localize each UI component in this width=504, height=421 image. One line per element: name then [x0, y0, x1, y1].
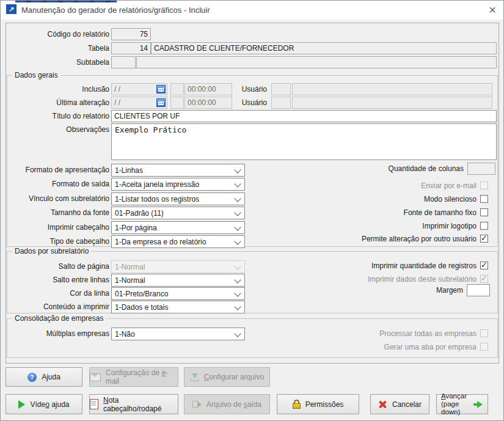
imprimir-qtd-registros-row: Imprimir quantidade de registros — [371, 261, 488, 270]
observacoes-label: Observações — [5, 123, 109, 136]
fonte-fixo-checkbox[interactable] — [480, 208, 488, 216]
gerar-aba-label: Gerar uma aba por empresa — [384, 343, 477, 351]
ultima-alteracao-time-prefix-field — [170, 97, 184, 109]
combo-value: 1-Por página — [115, 224, 157, 232]
permite-alteracao-label: Permite alteração por outro usuário — [362, 235, 477, 243]
calendar-icon[interactable] — [156, 85, 166, 93]
processar-empresas-row: Processar todas as empresas — [379, 329, 488, 338]
video-ajuda-button-label: Vídeo ajuda — [30, 400, 69, 409]
ultima-alteracao-usuario-label: Usuário — [221, 97, 267, 109]
chevron-down-icon — [234, 166, 241, 173]
configuracao-email-button-label: Configuração de e-mail — [106, 368, 178, 386]
combo-value: 1-Dados e totais — [115, 303, 168, 312]
subtabela-code-field — [111, 56, 136, 68]
vinculo-subrelatorio-label: Vínculo com subrelatório — [5, 192, 109, 205]
observacoes-textarea[interactable]: Exemplo Prático — [111, 123, 497, 160]
tamanho-fonte-combo[interactable]: 01-Padrão (11) — [111, 207, 245, 219]
imprimir-qtd-registros-checkbox[interactable] — [480, 262, 488, 269]
arquivo-saida-button-label: Arquivo de saída — [206, 400, 261, 409]
ultima-alteracao-date-field: / / — [111, 97, 167, 109]
chevron-down-icon — [234, 195, 241, 202]
titulo-field[interactable]: CLIENTES POR UF — [111, 110, 497, 122]
combo-value: 1-Não — [115, 330, 135, 339]
inclusao-usuario-name-field — [292, 83, 492, 95]
combo-value: 1-Listar todos os registros — [115, 195, 199, 203]
nota-cabecalho-button[interactable]: Nota cabeçalho/rodapé — [89, 394, 178, 414]
tabela-desc-field: CADASTRO DE CLIENTE/FORNECEDOR — [151, 42, 497, 54]
inclusao-time-prefix-field — [170, 83, 184, 95]
imprimir-cabecalho-combo[interactable]: 1-Por página — [111, 221, 245, 234]
conteudo-imprimir-label: Conteúdo a imprimir — [5, 301, 109, 313]
gerar-aba-row: Gerar uma aba por empresa — [384, 342, 488, 351]
formato-apresentacao-combo[interactable]: 1-Linhas — [111, 164, 245, 177]
chevron-down-icon — [234, 276, 241, 283]
multiplas-empresas-label: Múltiplas empresas — [5, 328, 109, 340]
chevron-down-icon — [234, 330, 241, 337]
permissoes-button-label: Permissões — [305, 400, 344, 409]
margem-field[interactable] — [467, 284, 490, 296]
calendar-icon[interactable] — [156, 98, 166, 107]
gerar-aba-checkbox — [480, 343, 488, 351]
titlebar: ↗ Manutenção do gerador de relatórios/gr… — [1, 1, 503, 20]
chevron-down-icon — [234, 180, 241, 187]
conteudo-imprimir-combo[interactable]: 1-Dados e totais — [111, 301, 245, 313]
imprimir-logotipo-label: Imprimir logotipo — [422, 222, 477, 230]
app-icon: ↗ — [6, 4, 16, 14]
cor-linha-combo[interactable]: 01-Preto/Branco — [111, 287, 245, 300]
ajuda-button[interactable]: ? Ajuda — [5, 367, 82, 387]
ajuda-button-label: Ajuda — [42, 373, 60, 381]
margem-label: Margem — [436, 286, 463, 295]
tamanho-fonte-label: Tamanho da fonte — [5, 207, 109, 219]
codigo-label: Código do relatório — [5, 28, 109, 40]
configuracao-email-button: Configuração de e-mail — [89, 367, 178, 387]
imprimir-logotipo-checkbox[interactable] — [480, 222, 488, 230]
enviar-email-row: Enviar por e-mail — [421, 181, 488, 190]
ultima-alteracao-label: Última alteração — [5, 97, 109, 109]
combo-value: 1-Aceita janela impressão — [115, 180, 199, 189]
margem-row: Margem — [436, 285, 490, 295]
permissoes-button[interactable]: Permissões — [277, 394, 359, 414]
modo-silencioso-label: Modo silencioso — [424, 195, 477, 203]
chevron-down-icon — [234, 290, 241, 296]
ultima-alteracao-usuario-name-field — [292, 97, 492, 109]
combo-value: 1-Linhas — [115, 166, 143, 175]
inclusao-usuario-code-field — [271, 83, 291, 95]
cancelar-button-label: Cancelar — [392, 400, 422, 409]
fonte-fixo-label: Fonte de tamanho fixo — [404, 208, 477, 217]
fonte-fixo-row: Fonte de tamanho fixo — [404, 208, 488, 217]
tipo-cabecalho-combo[interactable]: 1-Da empresa e do relatório — [111, 235, 245, 248]
quantidade-colunas-field — [467, 163, 495, 175]
permite-alteracao-row: Permite alteração por outro usuário — [362, 234, 488, 243]
export-icon — [192, 400, 202, 408]
permite-alteracao-checkbox[interactable] — [480, 235, 488, 243]
group-consolidacao-legend: Consolidação de empresas — [12, 314, 106, 323]
tabela-code-field: 14 — [111, 42, 151, 54]
chevron-down-icon — [234, 224, 241, 230]
configurar-arquivo-button: Configurar arquivo — [184, 367, 270, 387]
processar-empresas-label: Processar todas as empresas — [379, 329, 477, 338]
arquivo-saida-button: Arquivo de saída — [184, 394, 270, 414]
cancel-x-icon — [378, 400, 387, 409]
imprimir-cabecalho-label: Imprimir cabeçalho — [5, 221, 109, 233]
video-ajuda-button[interactable]: Vídeo ajuda — [5, 394, 82, 414]
multiplas-empresas-combo[interactable]: 1-Não — [111, 328, 245, 340]
close-icon[interactable]: × — [489, 4, 496, 16]
group-dados-gerais-legend: Dados gerais — [12, 71, 60, 79]
dialog-window: ↗ Manutenção do gerador de relatórios/gr… — [0, 0, 504, 421]
vinculo-subrelatorio-combo[interactable]: 1-Listar todos os registros — [111, 192, 245, 205]
imprimir-logotipo-row: Imprimir logotipo — [422, 221, 488, 230]
combo-value: 1-Normal — [115, 263, 145, 271]
chevron-down-icon — [234, 263, 241, 269]
ultima-alteracao-usuario-code-field — [271, 97, 291, 109]
modo-silencioso-row: Modo silencioso — [424, 194, 488, 203]
modo-silencioso-checkbox[interactable] — [480, 195, 488, 203]
inclusao-date-field: / / — [111, 83, 167, 95]
titulo-label: Título do relatório — [5, 110, 109, 122]
formato-saida-combo[interactable]: 1-Aceita janela impressão — [111, 178, 245, 191]
help-icon: ? — [27, 373, 37, 382]
avancar-button[interactable]: Avançar (page down) — [436, 394, 488, 414]
enviar-email-label: Enviar por e-mail — [421, 181, 477, 190]
cancelar-button[interactable]: Cancelar — [370, 394, 429, 414]
formato-saida-label: Formato de saída — [5, 178, 109, 190]
salto-linhas-combo[interactable]: 1-Normal — [111, 274, 245, 287]
